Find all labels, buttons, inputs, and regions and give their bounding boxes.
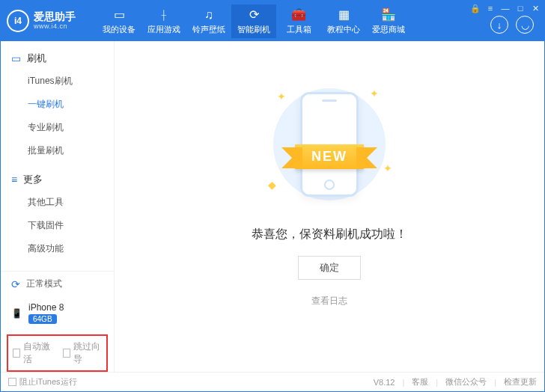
sidebar-item[interactable]: 一键刷机: [1, 93, 114, 116]
auto-activate-checkbox[interactable]: 自动激活: [13, 340, 52, 366]
view-log-link[interactable]: 查看日志: [311, 295, 347, 307]
logo-icon: i4: [7, 10, 29, 32]
nav-5[interactable]: ▦教程中心: [321, 4, 366, 38]
check-update-link[interactable]: 检查更新: [504, 376, 537, 388]
sidebar-item[interactable]: 其他工具: [1, 191, 114, 214]
title-bar: i4 爱思助手 www.i4.cn ▭我的设备⟊应用游戏♫铃声壁纸⟳智能刷机🧰工…: [1, 1, 544, 41]
sidebar-item[interactable]: iTunes刷机: [1, 70, 114, 93]
nav-6[interactable]: 🏪爱思商城: [366, 4, 411, 38]
sidebar-item[interactable]: 高级功能: [1, 237, 114, 260]
brand-name: 爱思助手: [34, 11, 76, 22]
support-link[interactable]: 客服: [412, 376, 428, 388]
nav-label: 爱思商城: [366, 24, 411, 35]
highlighted-options: 自动激活 跳过向导: [7, 334, 108, 372]
close-icon[interactable]: ✕: [531, 4, 540, 13]
logo-area: i4 爱思助手 www.i4.cn: [7, 10, 97, 32]
nav-2[interactable]: ♫铃声壁纸: [186, 4, 231, 38]
block-itunes-checkbox[interactable]: 阻止iTunes运行: [8, 376, 77, 388]
nav-icon: 🏪: [366, 7, 411, 22]
nav-icon: ⟳: [231, 7, 276, 22]
menu-icon[interactable]: ≡: [486, 4, 495, 13]
sidebar: ▭刷机iTunes刷机一键刷机专业刷机批量刷机≡更多其他工具下载固件高级功能 ⟳…: [1, 41, 115, 372]
nav-icon: ♫: [186, 7, 231, 22]
skip-guide-checkbox[interactable]: 跳过向导: [63, 340, 103, 366]
phone-icon: 📱: [11, 308, 22, 319]
sidebar-group-head[interactable]: ▭刷机: [1, 47, 114, 70]
sidebar-item[interactable]: 批量刷机: [1, 139, 114, 162]
minimize-icon[interactable]: ―: [501, 4, 510, 13]
group-icon: ▭: [11, 52, 21, 64]
nav-label: 工具箱: [276, 24, 321, 35]
wechat-link[interactable]: 微信公众号: [445, 376, 487, 388]
nav-label: 应用游戏: [141, 24, 186, 35]
nav-0[interactable]: ▭我的设备: [97, 4, 141, 38]
sidebar-group-head[interactable]: ≡更多: [1, 168, 114, 191]
user-icon[interactable]: ◡: [516, 16, 534, 34]
lock-icon[interactable]: 🔒: [471, 4, 480, 13]
nav-icon: ⟊: [141, 7, 186, 22]
device-storage-badge: 64GB: [28, 314, 57, 324]
nav-3[interactable]: ⟳智能刷机: [231, 4, 276, 38]
status-bar: 阻止iTunes运行 V8.12 | 客服 | 微信公众号 | 检查更新: [1, 372, 544, 391]
sidebar-mode[interactable]: ⟳ 正常模式: [1, 271, 114, 296]
success-message: 恭喜您，保资料刷机成功啦！: [252, 227, 407, 242]
nav-label: 铃声壁纸: [186, 24, 231, 35]
sidebar-item[interactable]: 专业刷机: [1, 116, 114, 139]
ok-button[interactable]: 确定: [298, 256, 361, 280]
group-icon: ≡: [11, 174, 17, 186]
nav-label: 我的设备: [97, 24, 141, 35]
nav-label: 智能刷机: [231, 24, 276, 35]
nav-label: 教程中心: [321, 24, 366, 35]
nav-icon: ▦: [321, 7, 366, 22]
main-panel: ✦ ✦ ◆ ✦ NEW 恭喜您，保资料刷机成功啦！ 确定 查看日志: [115, 41, 544, 372]
success-illustration: ✦ ✦ ◆ ✦ NEW: [255, 85, 404, 204]
sidebar-device[interactable]: 📱 iPhone 8 64GB: [1, 296, 114, 330]
download-icon[interactable]: ↓: [490, 16, 508, 34]
window-controls: 🔒 ≡ ― □ ✕: [471, 4, 540, 13]
new-ribbon: NEW: [295, 144, 364, 169]
brand-subtitle: www.i4.cn: [34, 23, 76, 31]
nav-1[interactable]: ⟊应用游戏: [141, 4, 186, 38]
maximize-icon[interactable]: □: [516, 4, 525, 13]
top-nav: ▭我的设备⟊应用游戏♫铃声壁纸⟳智能刷机🧰工具箱▦教程中心🏪爱思商城: [97, 4, 490, 38]
nav-4[interactable]: 🧰工具箱: [276, 4, 321, 38]
nav-icon: ▭: [97, 7, 141, 22]
device-name: iPhone 8: [28, 302, 64, 313]
version-label: V8.12: [374, 378, 395, 387]
sidebar-item[interactable]: 下载固件: [1, 214, 114, 237]
mode-label: 正常模式: [26, 278, 62, 290]
refresh-icon: ⟳: [11, 278, 20, 290]
nav-icon: 🧰: [276, 7, 321, 22]
